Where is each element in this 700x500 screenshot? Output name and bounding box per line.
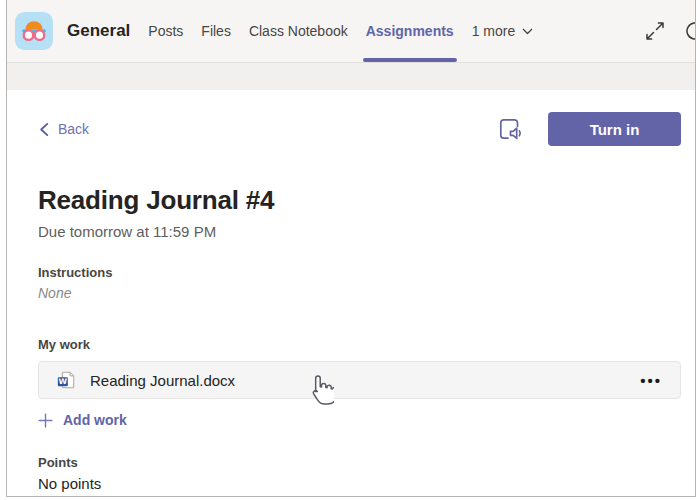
channel-tab-bar: General Posts Files Class Notebook Assig… <box>7 0 695 63</box>
refresh-icon[interactable] <box>684 20 696 42</box>
plus-icon <box>38 413 53 428</box>
more-tabs-dropdown[interactable]: 1 more <box>463 0 543 62</box>
add-work-button[interactable]: Add work <box>38 412 127 428</box>
svg-text:W: W <box>59 377 68 386</box>
immersive-reader-button[interactable] <box>496 115 524 143</box>
assignment-toolbar: Back Turn in <box>38 112 681 146</box>
back-label: Back <box>58 121 89 137</box>
points-value: No points <box>38 475 681 492</box>
active-tab-underline <box>363 58 457 62</box>
channel-name: General <box>67 21 130 41</box>
instructions-label: Instructions <box>38 265 681 280</box>
tab-class-notebook[interactable]: Class Notebook <box>240 0 357 62</box>
tab-posts[interactable]: Posts <box>139 0 192 62</box>
assignment-detail: Back Turn in Reading Journal #4 Due tomo… <box>7 90 695 496</box>
immersive-reader-icon <box>496 115 524 143</box>
chevron-down-icon <box>522 28 533 35</box>
tab-files[interactable]: Files <box>192 0 240 62</box>
turn-in-button[interactable]: Turn in <box>548 112 681 146</box>
sub-header-band <box>7 63 695 90</box>
file-name: Reading Journal.docx <box>90 372 235 389</box>
tab-assignments[interactable]: Assignments <box>357 0 463 62</box>
app-frame: General Posts Files Class Notebook Assig… <box>6 0 696 497</box>
channel-avatar[interactable] <box>15 12 53 50</box>
assignment-title: Reading Journal #4 <box>38 185 681 216</box>
my-work-label: My work <box>38 337 681 352</box>
teams-assignment-window: General Posts Files Class Notebook Assig… <box>0 0 700 500</box>
window-icons <box>645 20 695 42</box>
assignment-due-date: Due tomorrow at 11:59 PM <box>38 223 681 240</box>
chevron-left-icon <box>38 122 50 137</box>
points-label: Points <box>38 455 681 470</box>
back-button[interactable]: Back <box>38 121 89 137</box>
word-document-icon: W <box>56 370 76 390</box>
attached-file-card[interactable]: W Reading Journal.docx ••• <box>38 361 681 399</box>
more-options-icon[interactable]: ••• <box>640 372 662 389</box>
swimmer-avatar-icon <box>15 12 53 50</box>
add-work-label: Add work <box>63 412 127 428</box>
expand-icon[interactable] <box>645 21 665 41</box>
instructions-value: None <box>38 285 681 301</box>
channel-tabs: Posts Files Class Notebook Assignments 1… <box>139 0 542 62</box>
